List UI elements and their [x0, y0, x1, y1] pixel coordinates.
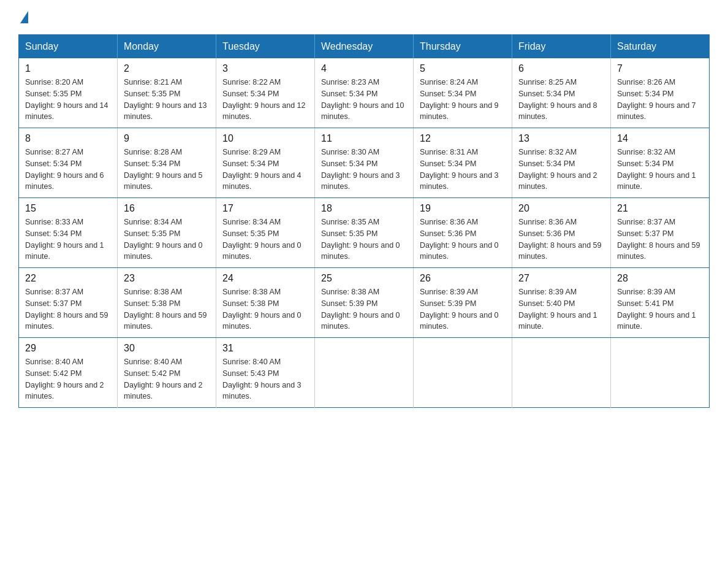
day-number: 29: [25, 343, 111, 354]
calendar-day-cell: 30 Sunrise: 8:40 AM Sunset: 5:42 PM Dayl…: [118, 338, 216, 408]
day-info: Sunrise: 8:20 AM Sunset: 5:35 PM Dayligh…: [25, 77, 111, 123]
day-info: Sunrise: 8:39 AM Sunset: 5:41 PM Dayligh…: [617, 286, 703, 332]
day-number: 23: [124, 273, 210, 284]
calendar-day-cell: 1 Sunrise: 8:20 AM Sunset: 5:35 PM Dayli…: [19, 58, 118, 128]
day-number: 7: [617, 63, 703, 74]
day-info: Sunrise: 8:25 AM Sunset: 5:34 PM Dayligh…: [518, 77, 604, 123]
day-info: Sunrise: 8:33 AM Sunset: 5:34 PM Dayligh…: [25, 216, 111, 262]
day-info: Sunrise: 8:38 AM Sunset: 5:38 PM Dayligh…: [222, 286, 308, 332]
day-info: Sunrise: 8:22 AM Sunset: 5:34 PM Dayligh…: [222, 77, 308, 123]
day-info: Sunrise: 8:30 AM Sunset: 5:34 PM Dayligh…: [321, 147, 407, 193]
calendar-day-cell: 2 Sunrise: 8:21 AM Sunset: 5:35 PM Dayli…: [118, 58, 216, 128]
day-info: Sunrise: 8:35 AM Sunset: 5:35 PM Dayligh…: [321, 216, 407, 262]
day-info: Sunrise: 8:23 AM Sunset: 5:34 PM Dayligh…: [321, 77, 407, 123]
day-number: 19: [420, 203, 506, 214]
calendar-day-cell: 10 Sunrise: 8:29 AM Sunset: 5:34 PM Dayl…: [216, 128, 315, 198]
calendar-week-row: 22 Sunrise: 8:37 AM Sunset: 5:37 PM Dayl…: [19, 268, 710, 338]
calendar-header-monday: Monday: [118, 35, 216, 59]
day-number: 20: [518, 203, 604, 214]
day-number: 13: [518, 133, 604, 144]
day-number: 14: [617, 133, 703, 144]
calendar-day-cell: 12 Sunrise: 8:31 AM Sunset: 5:34 PM Dayl…: [414, 128, 512, 198]
day-number: 4: [321, 63, 407, 74]
day-info: Sunrise: 8:37 AM Sunset: 5:37 PM Dayligh…: [25, 286, 111, 332]
day-number: 8: [25, 133, 111, 144]
day-info: Sunrise: 8:31 AM Sunset: 5:34 PM Dayligh…: [420, 147, 506, 193]
calendar-day-cell: [512, 338, 611, 408]
calendar-day-cell: 31 Sunrise: 8:40 AM Sunset: 5:43 PM Dayl…: [216, 338, 315, 408]
day-number: 1: [25, 63, 111, 74]
calendar-day-cell: 5 Sunrise: 8:24 AM Sunset: 5:34 PM Dayli…: [414, 58, 512, 128]
calendar-day-cell: 6 Sunrise: 8:25 AM Sunset: 5:34 PM Dayli…: [512, 58, 611, 128]
calendar-day-cell: 28 Sunrise: 8:39 AM Sunset: 5:41 PM Dayl…: [611, 268, 710, 338]
day-info: Sunrise: 8:29 AM Sunset: 5:34 PM Dayligh…: [222, 147, 308, 193]
calendar-day-cell: [611, 338, 710, 408]
day-info: Sunrise: 8:40 AM Sunset: 5:43 PM Dayligh…: [222, 356, 308, 402]
calendar-day-cell: 20 Sunrise: 8:36 AM Sunset: 5:36 PM Dayl…: [512, 198, 611, 268]
calendar-day-cell: 7 Sunrise: 8:26 AM Sunset: 5:34 PM Dayli…: [611, 58, 710, 128]
calendar-day-cell: [315, 338, 414, 408]
calendar-day-cell: 27 Sunrise: 8:39 AM Sunset: 5:40 PM Dayl…: [512, 268, 611, 338]
day-info: Sunrise: 8:32 AM Sunset: 5:34 PM Dayligh…: [617, 147, 703, 193]
day-number: 26: [420, 273, 506, 284]
day-number: 16: [124, 203, 210, 214]
day-info: Sunrise: 8:36 AM Sunset: 5:36 PM Dayligh…: [518, 216, 604, 262]
day-number: 24: [222, 273, 308, 284]
calendar-header-row: SundayMondayTuesdayWednesdayThursdayFrid…: [19, 35, 710, 59]
calendar-day-cell: 3 Sunrise: 8:22 AM Sunset: 5:34 PM Dayli…: [216, 58, 315, 128]
day-number: 28: [617, 273, 703, 284]
logo: [18, 12, 28, 25]
day-number: 2: [124, 63, 210, 74]
day-info: Sunrise: 8:38 AM Sunset: 5:38 PM Dayligh…: [124, 286, 210, 332]
calendar-day-cell: 22 Sunrise: 8:37 AM Sunset: 5:37 PM Dayl…: [19, 268, 118, 338]
calendar-day-cell: 18 Sunrise: 8:35 AM Sunset: 5:35 PM Dayl…: [315, 198, 414, 268]
day-number: 17: [222, 203, 308, 214]
day-number: 31: [222, 343, 308, 354]
day-number: 10: [222, 133, 308, 144]
calendar-day-cell: 21 Sunrise: 8:37 AM Sunset: 5:37 PM Dayl…: [611, 198, 710, 268]
day-info: Sunrise: 8:27 AM Sunset: 5:34 PM Dayligh…: [25, 147, 111, 193]
calendar-day-cell: 8 Sunrise: 8:27 AM Sunset: 5:34 PM Dayli…: [19, 128, 118, 198]
day-info: Sunrise: 8:38 AM Sunset: 5:39 PM Dayligh…: [321, 286, 407, 332]
day-number: 9: [124, 133, 210, 144]
day-info: Sunrise: 8:36 AM Sunset: 5:36 PM Dayligh…: [420, 216, 506, 262]
day-number: 5: [420, 63, 506, 74]
calendar-day-cell: 4 Sunrise: 8:23 AM Sunset: 5:34 PM Dayli…: [315, 58, 414, 128]
calendar-week-row: 8 Sunrise: 8:27 AM Sunset: 5:34 PM Dayli…: [19, 128, 710, 198]
calendar-header-tuesday: Tuesday: [216, 35, 315, 59]
day-number: 11: [321, 133, 407, 144]
calendar-day-cell: 9 Sunrise: 8:28 AM Sunset: 5:34 PM Dayli…: [118, 128, 216, 198]
calendar-header-sunday: Sunday: [19, 35, 118, 59]
day-number: 15: [25, 203, 111, 214]
day-number: 6: [518, 63, 604, 74]
day-info: Sunrise: 8:24 AM Sunset: 5:34 PM Dayligh…: [420, 77, 506, 123]
day-number: 22: [25, 273, 111, 284]
logo-triangle-icon: [20, 11, 28, 23]
calendar-day-cell: 25 Sunrise: 8:38 AM Sunset: 5:39 PM Dayl…: [315, 268, 414, 338]
calendar-day-cell: 29 Sunrise: 8:40 AM Sunset: 5:42 PM Dayl…: [19, 338, 118, 408]
day-number: 12: [420, 133, 506, 144]
calendar-header-saturday: Saturday: [611, 35, 710, 59]
day-number: 30: [124, 343, 210, 354]
calendar-header-wednesday: Wednesday: [315, 35, 414, 59]
calendar-day-cell: 16 Sunrise: 8:34 AM Sunset: 5:35 PM Dayl…: [118, 198, 216, 268]
calendar-table: SundayMondayTuesdayWednesdayThursdayFrid…: [18, 34, 710, 408]
day-info: Sunrise: 8:34 AM Sunset: 5:35 PM Dayligh…: [222, 216, 308, 262]
calendar-day-cell: 26 Sunrise: 8:39 AM Sunset: 5:39 PM Dayl…: [414, 268, 512, 338]
calendar-day-cell: 23 Sunrise: 8:38 AM Sunset: 5:38 PM Dayl…: [118, 268, 216, 338]
calendar-day-cell: [414, 338, 512, 408]
calendar-day-cell: 13 Sunrise: 8:32 AM Sunset: 5:34 PM Dayl…: [512, 128, 611, 198]
calendar-day-cell: 24 Sunrise: 8:38 AM Sunset: 5:38 PM Dayl…: [216, 268, 315, 338]
calendar-week-row: 29 Sunrise: 8:40 AM Sunset: 5:42 PM Dayl…: [19, 338, 710, 408]
calendar-day-cell: 15 Sunrise: 8:33 AM Sunset: 5:34 PM Dayl…: [19, 198, 118, 268]
calendar-day-cell: 19 Sunrise: 8:36 AM Sunset: 5:36 PM Dayl…: [414, 198, 512, 268]
day-info: Sunrise: 8:40 AM Sunset: 5:42 PM Dayligh…: [124, 356, 210, 402]
day-info: Sunrise: 8:28 AM Sunset: 5:34 PM Dayligh…: [124, 147, 210, 193]
calendar-day-cell: 14 Sunrise: 8:32 AM Sunset: 5:34 PM Dayl…: [611, 128, 710, 198]
calendar-week-row: 15 Sunrise: 8:33 AM Sunset: 5:34 PM Dayl…: [19, 198, 710, 268]
day-number: 27: [518, 273, 604, 284]
day-info: Sunrise: 8:37 AM Sunset: 5:37 PM Dayligh…: [617, 216, 703, 262]
day-number: 21: [617, 203, 703, 214]
day-info: Sunrise: 8:21 AM Sunset: 5:35 PM Dayligh…: [124, 77, 210, 123]
calendar-header-friday: Friday: [512, 35, 611, 59]
